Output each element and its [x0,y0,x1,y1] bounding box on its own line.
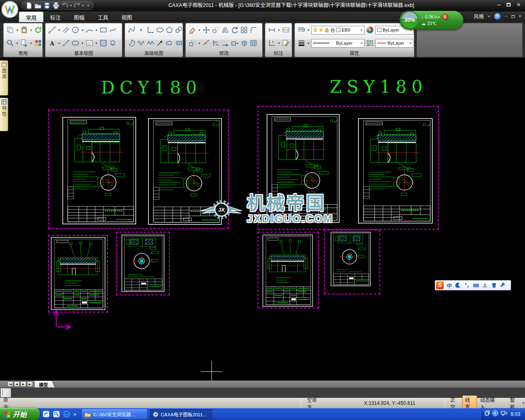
qat-customize-icon[interactable]: ▾ [87,4,89,7]
tray-network-icon[interactable] [501,411,507,418]
drawing-sheet-assembly-1[interactable] [62,117,136,224]
command-history-panel[interactable] [0,388,525,398]
quicklaunch-ie-icon[interactable] [63,411,70,418]
quicklaunch-more-icon[interactable]: » [73,411,76,417]
drawing-sheet-wheel-8[interactable] [331,232,371,286]
redo-dropdown-icon[interactable]: ▾ [82,4,84,7]
last-sheet-button[interactable]: ▶| [27,381,33,387]
snap-dropdown-icon[interactable]: ▾ [522,401,525,405]
text-icon[interactable]: A [48,39,56,47]
dimension-icon[interactable] [268,26,276,34]
layer-combo[interactable]: EB0 ▾ [311,26,365,34]
sogou-logo-icon[interactable]: S [436,281,444,289]
gear-icon[interactable] [175,39,183,47]
cad-text-zsy180[interactable]: ZSY180 [330,77,427,97]
linetype-combo[interactable]: ByLayer ▾ [311,39,365,48]
ellipse-dropdown-icon[interactable]: ▾ [81,41,84,45]
dimedit-dropdown-icon[interactable]: ▾ [291,41,294,45]
quicklaunch-search-icon[interactable] [53,411,60,418]
textbox-icon[interactable] [85,39,94,47]
move-icon[interactable] [202,26,210,34]
point-icon[interactable] [137,26,145,34]
color-wheel-icon[interactable] [366,26,374,34]
curve-icon[interactable] [109,26,117,34]
zigzag-icon[interactable] [146,39,155,47]
chinese-mode-indicator[interactable]: 中 [447,281,452,289]
layer-dropdown-icon[interactable]: ▾ [307,28,310,32]
linetype-combo-dropdown-icon[interactable]: ▾ [360,41,363,45]
new-file-icon[interactable] [25,2,33,9]
paste-icon[interactable] [20,26,28,34]
wrench-icon[interactable] [500,282,506,288]
drawing-canvas[interactable]: DCY180ZSY180 [0,58,525,381]
contour-icon[interactable] [109,39,117,47]
drawing-sheet-assembly-4[interactable] [358,118,433,224]
doc-restore-button[interactable] [511,14,515,19]
spline-icon[interactable] [128,26,136,34]
coord-dropdown-icon[interactable]: ▾ [277,41,281,45]
tab-tufu[interactable]: 图幅 [67,11,91,22]
sidebar-tab-library[interactable]: 图库 [0,60,8,96]
rectangle-icon[interactable] [99,26,107,34]
layer-combo-dropdown-icon[interactable]: ▾ [360,28,363,32]
text-dropdown-icon[interactable]: ▾ [57,41,61,45]
circle-icon[interactable] [71,26,80,34]
refresh-icon[interactable] [34,26,42,34]
360-accelerator-widget[interactable]: 30% ↓ 0.0K/s + 5 ☁ 23℃ [399,11,463,30]
punctuation-icon[interactable] [464,282,470,288]
doc-minimize-button[interactable]: ─ [505,14,508,19]
scale-dropdown-icon[interactable]: ▾ [198,41,201,45]
restore-button[interactable] [507,2,511,8]
mirror-icon[interactable] [221,26,229,34]
taskbar-button-caxa[interactable]: CAXA电子图板2011... [150,409,212,419]
arc-dropdown-icon[interactable]: ▾ [95,28,98,32]
undo-icon[interactable] [61,2,69,9]
drawing-sheet-section-5[interactable] [51,237,105,310]
zoom-dropdown-icon[interactable]: ▾ [16,41,19,45]
start-button[interactable]: 开始 [0,408,40,420]
scale-icon[interactable] [188,39,196,47]
lineweight-icon[interactable] [297,39,306,47]
cad-text-dcy180[interactable]: DCY180 [101,78,202,98]
hatch-line-icon[interactable] [62,39,70,47]
break-icon[interactable] [202,39,210,47]
pie-icon[interactable] [128,39,136,47]
circle-dropdown-icon[interactable]: ▾ [81,28,84,32]
textbox-dropdown-icon[interactable]: ▾ [95,41,98,45]
view3d-icon[interactable] [240,39,248,47]
polygon-icon[interactable] [165,26,173,34]
tab-shitu[interactable]: 视图 [115,11,139,22]
lineweight-dropdown-icon[interactable]: ▾ [307,41,310,45]
copy-dropdown-icon[interactable]: ▾ [16,28,19,32]
sidebar-tab-properties[interactable]: 特性 [0,98,8,131]
dim-edit-icon[interactable] [282,39,290,47]
doc-close-button[interactable]: ✕ [518,14,522,19]
first-sheet-button[interactable]: |◀ [7,381,13,387]
copy-icon[interactable] [6,26,14,34]
extend-icon[interactable] [221,39,229,47]
open-icon[interactable] [34,2,42,9]
drawing-sheet-wheel-6[interactable] [121,235,164,292]
clock[interactable]: 8:03 [511,411,520,417]
print-icon[interactable] [52,2,60,9]
coordinate-icon[interactable] [268,39,276,47]
model-tab[interactable]: 模型 [35,381,55,388]
ellipse-tool-icon[interactable] [71,39,80,47]
tray-hide-icons-button[interactable] [492,410,498,418]
help-icon[interactable]: ? [494,13,501,20]
stretch-icon[interactable] [231,39,239,47]
keyboard-icon[interactable] [473,282,479,288]
fillet-icon[interactable] [249,26,258,34]
line-icon[interactable] [48,26,56,34]
taskbar-button-explorer[interactable]: G:\360安全浏览器... [82,409,147,419]
cloud-icon[interactable] [165,39,173,47]
redo-icon[interactable] [73,2,81,9]
rotate-icon[interactable] [231,26,239,34]
sogou-input-bar[interactable]: S 中 [435,280,511,290]
layer-tool-icon[interactable] [297,26,306,34]
parallel-icon[interactable] [62,26,70,34]
palette-icon[interactable] [34,39,42,47]
arc-icon[interactable] [85,26,94,34]
close-button[interactable]: ✕ [516,2,521,8]
save-icon[interactable] [43,2,51,9]
